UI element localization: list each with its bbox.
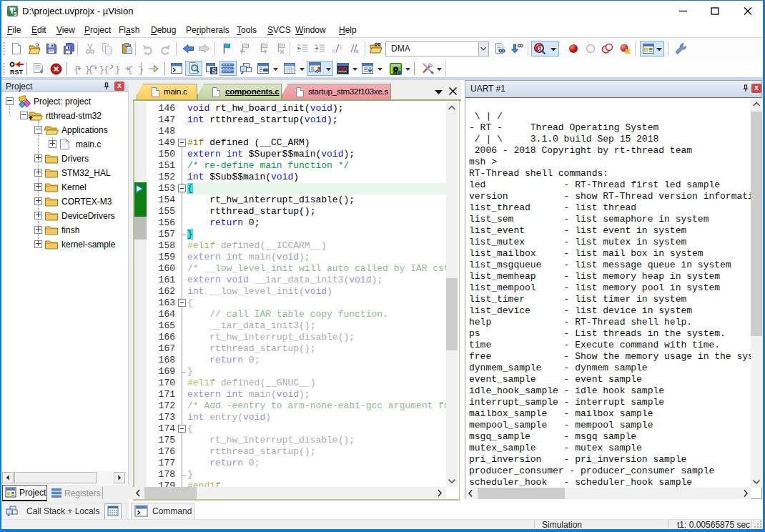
svg-text:{ }: { }	[104, 64, 120, 75]
svg-text:RST: RST	[10, 69, 24, 76]
svg-text:{ }: { }	[88, 64, 104, 75]
svg-text:S: S	[212, 67, 217, 75]
svg-text:{ }: { }	[127, 64, 144, 75]
